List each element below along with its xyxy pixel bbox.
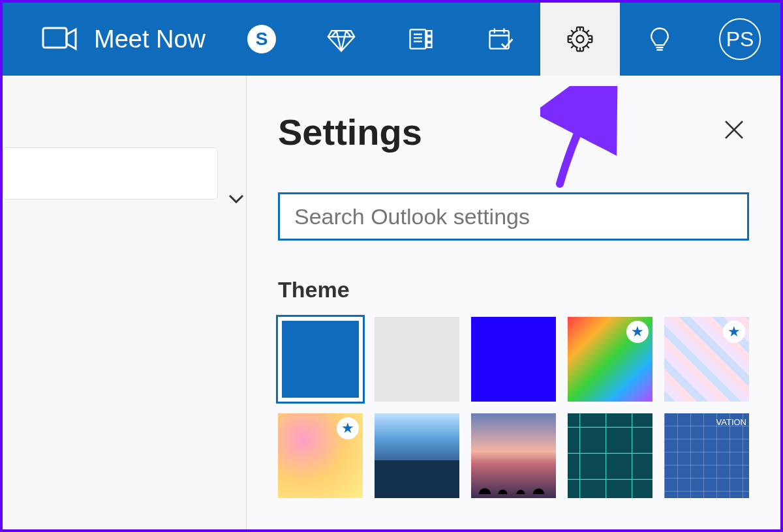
panel-title: Settings (278, 111, 422, 153)
star-icon: ★ (337, 417, 359, 439)
theme-tile-unicorn[interactable]: ★ (278, 413, 363, 498)
settings-button[interactable] (540, 3, 620, 76)
close-icon (723, 119, 745, 141)
settings-panel: Settings Theme ★ ★ ★ (247, 76, 780, 529)
top-bar: Meet Now S (3, 3, 780, 76)
profile-initials: PS (726, 27, 754, 52)
content-area: Settings Theme ★ ★ ★ (3, 76, 780, 529)
star-icon: ★ (626, 321, 649, 343)
profile-avatar[interactable]: PS (719, 18, 761, 60)
theme-tile-grey[interactable] (375, 317, 459, 402)
panel-header: Settings (278, 111, 749, 153)
meet-now-label: Meet Now (94, 25, 206, 53)
close-button[interactable] (723, 117, 745, 147)
onenote-icon (407, 25, 435, 53)
svg-point-6 (577, 36, 584, 43)
theme-tile-rainbow[interactable]: ★ (568, 317, 652, 402)
expand-toggle[interactable] (227, 193, 245, 209)
calendar-check-icon (486, 25, 515, 53)
theme-grid: ★ ★ ★ (278, 317, 749, 498)
theme-tile-blueprint[interactable] (664, 413, 749, 498)
svg-rect-0 (43, 28, 67, 48)
svg-rect-3 (427, 37, 431, 41)
diamond-icon (327, 25, 356, 53)
svg-rect-4 (427, 43, 431, 48)
gear-icon (566, 25, 594, 53)
left-panel-box (3, 147, 218, 200)
skype-button[interactable]: S (222, 3, 301, 76)
theme-tile-royal[interactable] (471, 317, 556, 402)
premium-button[interactable] (301, 3, 381, 76)
svg-rect-1 (410, 29, 426, 48)
svg-rect-2 (427, 31, 431, 35)
theme-tile-mountain[interactable] (375, 413, 459, 498)
lightbulb-icon (645, 25, 674, 53)
skype-icon: S (247, 25, 276, 53)
nav-icons: S (222, 3, 780, 76)
search-box[interactable] (278, 192, 749, 241)
left-column (3, 76, 247, 529)
search-input[interactable] (294, 204, 733, 229)
video-icon (42, 25, 78, 53)
meet-now-button[interactable]: Meet Now (42, 25, 206, 53)
chevron-down-icon (227, 193, 245, 206)
onenote-button[interactable] (381, 3, 461, 76)
calendar-button[interactable] (461, 3, 540, 76)
tips-button[interactable] (620, 3, 699, 76)
theme-tile-ribbons[interactable]: ★ (664, 317, 749, 402)
theme-tile-palms[interactable] (471, 413, 556, 498)
theme-section-label: Theme (278, 277, 749, 303)
theme-tile-blue[interactable] (278, 317, 363, 402)
star-icon: ★ (723, 321, 745, 343)
theme-tile-circuit[interactable] (568, 413, 652, 498)
